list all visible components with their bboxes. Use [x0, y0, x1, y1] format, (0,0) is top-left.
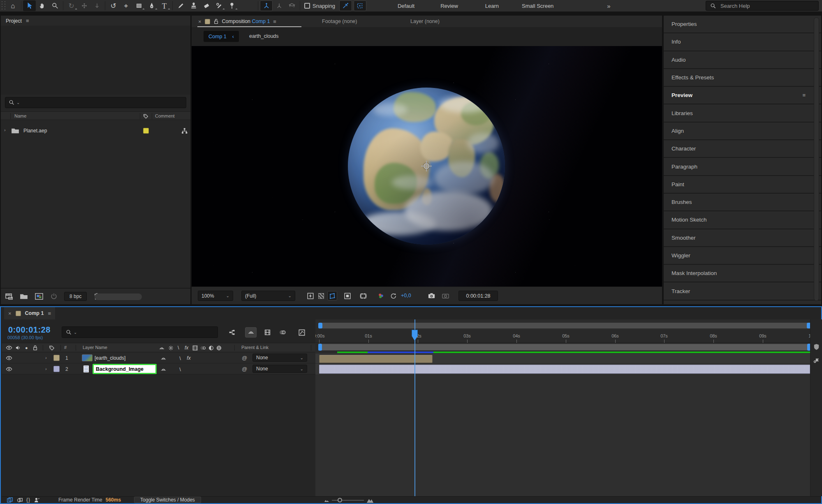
puppet-pin-tool[interactable] [225, 0, 238, 11]
pan-behind-tool[interactable]: ⌖ [120, 0, 132, 11]
timeline-track-area[interactable]: 0:00s 01s 02s 03s 04s 05s 06s 07s 08s 09… [315, 319, 822, 496]
label-color-swatch[interactable] [143, 128, 149, 134]
quality-switch[interactable]: \ [176, 365, 184, 373]
number-column-label[interactable]: # [64, 345, 67, 350]
show-snapshot-button[interactable] [440, 291, 450, 301]
frame-blend-column-icon[interactable] [192, 345, 198, 351]
adjustment-layer-column-icon[interactable] [208, 345, 214, 351]
fast-previews-button[interactable] [306, 291, 315, 301]
shy-layers-toggle[interactable] [245, 327, 257, 338]
guides-options-button[interactable] [358, 291, 368, 301]
project-item-row[interactable]: › Planet.aep [1, 125, 190, 136]
in-out-panes-icon[interactable]: {} [26, 497, 30, 503]
workspace-tab-learn[interactable]: Learn [485, 3, 499, 9]
dolly-camera-tool[interactable] [90, 0, 103, 11]
expander-icon[interactable]: › [45, 355, 47, 360]
sidebar-item-align[interactable]: Align [664, 123, 821, 140]
quality-switch[interactable]: \ [176, 354, 184, 362]
column-name[interactable]: Name [14, 113, 26, 118]
parent-dropdown[interactable]: None⌄ [252, 365, 307, 373]
earth-layer-image[interactable] [348, 88, 505, 245]
quality-column-icon[interactable]: \ [178, 344, 179, 351]
comp-marker-icon[interactable] [813, 357, 820, 363]
workspace-tab-default[interactable]: Default [398, 3, 414, 9]
eraser-tool[interactable] [200, 0, 213, 11]
current-timecode[interactable]: 0:00:01:28 [8, 325, 51, 335]
sidebar-item-effects-presets[interactable]: Effects & Presets [664, 69, 821, 87]
text-tool[interactable]: T [158, 0, 171, 11]
reset-exposure-button[interactable] [388, 291, 398, 301]
toggle-switches-modes-button[interactable]: Toggle Switches / Modes [134, 497, 201, 503]
label-column-icon[interactable] [49, 344, 55, 351]
sidebar-item-audio[interactable]: Audio [664, 51, 821, 69]
layer-name[interactable]: [earth_clouds] [95, 355, 125, 361]
sidebar-item-preview[interactable]: Preview≡ [664, 87, 821, 104]
help-search-input[interactable]: Search Help [706, 1, 819, 11]
sidebar-item-paint[interactable]: Paint [664, 176, 821, 194]
snap-bounds-button[interactable] [354, 0, 366, 11]
expand-layer-switches-icon[interactable] [7, 497, 13, 503]
shape-tool[interactable] [132, 0, 145, 11]
sidebar-item-tracker[interactable]: Tracker [664, 282, 821, 300]
effects-column-icon[interactable]: fx [185, 345, 188, 351]
zoom-in-mountains-icon[interactable] [366, 498, 374, 503]
home-button[interactable]: ⌂ [7, 0, 19, 11]
pan-camera-tool[interactable] [78, 0, 90, 11]
collapse-transformations-column-icon[interactable] [168, 345, 174, 351]
graph-editor-button[interactable] [296, 327, 308, 338]
time-navigator-bar[interactable] [318, 323, 811, 328]
interpret-footage-icon[interactable] [5, 293, 13, 300]
close-icon[interactable]: × [198, 18, 201, 25]
unlock-icon[interactable] [213, 18, 219, 24]
motion-blur-column-icon[interactable] [200, 345, 207, 351]
layer-color-swatch[interactable] [53, 366, 60, 372]
sidebar-item-character[interactable]: Character [664, 140, 821, 158]
transparency-grid-button[interactable] [316, 291, 326, 301]
tab-footage[interactable]: Footage (none) [322, 16, 357, 27]
project-item-name[interactable]: Planet.aep [23, 128, 47, 134]
snap-options-button[interactable] [339, 0, 352, 11]
layer-rename-input[interactable]: Background_Image [93, 364, 157, 374]
resolution-dropdown[interactable]: (Full)⌄ [241, 291, 295, 301]
frame-blending-toggle[interactable] [262, 327, 273, 338]
parent-dropdown[interactable]: None⌄ [252, 354, 307, 362]
timeline-tab-comp1[interactable]: × Comp 1 ≡ [4, 307, 55, 319]
snapping-checkbox[interactable] [304, 3, 310, 9]
close-icon[interactable]: × [8, 310, 12, 317]
3d-layer-column-icon[interactable] [216, 345, 222, 351]
zoom-slider-track[interactable] [332, 500, 364, 501]
comp-marker-bin-icon[interactable] [813, 343, 820, 351]
zoom-out-mountains-icon[interactable] [324, 498, 329, 502]
sidebar-item-smoother[interactable]: Smoother [664, 229, 821, 247]
video-column-eye-icon[interactable] [6, 345, 12, 350]
sidebar-item-properties[interactable]: Properties [664, 16, 821, 33]
sidebar-item-paragraph[interactable]: Paragraph [664, 158, 821, 176]
navigator-start-handle[interactable] [318, 323, 322, 328]
layer-color-swatch[interactable] [53, 355, 60, 361]
layer-name-column-label[interactable]: Layer Name [83, 345, 107, 350]
parent-pickwhip-icon[interactable]: @ [242, 366, 247, 372]
column-comment[interactable]: Comment [155, 113, 175, 118]
sidebar-item-brushes[interactable]: Brushes [664, 194, 821, 211]
composition-mini-flowchart-button[interactable] [226, 327, 238, 338]
parent-link-column-label[interactable]: Parent & Link [241, 345, 269, 350]
tab-layer[interactable]: Layer (none) [410, 16, 440, 27]
tab-composition[interactable]: × Composition Comp 1 ≡ [196, 16, 279, 27]
sidebar-item-libraries[interactable]: Libraries [664, 104, 821, 122]
sidebar-scrollbar[interactable] [814, 17, 819, 301]
time-ruler[interactable]: 0:00s 01s 02s 03s 04s 05s 06s 07s 08s 09… [315, 330, 822, 343]
breadcrumb-comp-button[interactable]: Comp 1 ‹ [204, 31, 239, 42]
clone-stamp-tool[interactable] [187, 0, 200, 11]
horizontal-scrollbar[interactable] [95, 294, 142, 300]
panel-menu-icon[interactable]: ≡ [26, 18, 29, 24]
playhead-line[interactable] [414, 319, 415, 496]
expander-icon[interactable]: › [4, 127, 6, 132]
view-axis-mode[interactable] [285, 0, 298, 11]
anchor-point-crosshair[interactable] [424, 163, 429, 169]
eye-icon[interactable] [6, 356, 12, 361]
transfer-controls-icon[interactable] [16, 497, 23, 503]
world-axis-mode[interactable] [273, 0, 285, 11]
composition-canvas[interactable] [192, 46, 662, 287]
panel-menu-icon[interactable]: ≡ [273, 18, 276, 25]
sidebar-item-info[interactable]: Info [664, 33, 821, 51]
